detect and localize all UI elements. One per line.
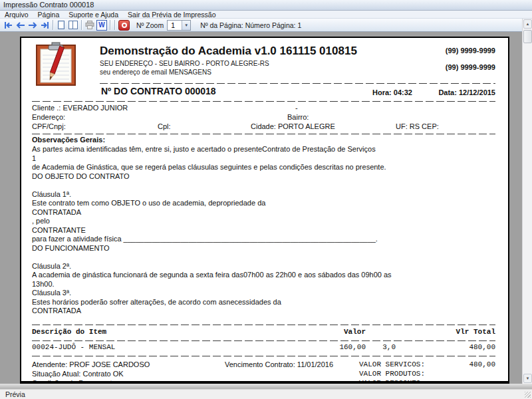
status-text: Prévia xyxy=(5,390,25,398)
status-bar: Prévia xyxy=(0,389,532,399)
prev-page-button[interactable] xyxy=(15,19,27,31)
app-window: Impressão Contrato 000018 Arquivo Página… xyxy=(0,0,532,399)
menu-suporte[interactable]: Suporte e Ajuda xyxy=(64,11,123,19)
contract-time: Hora: 04:32 xyxy=(372,88,412,96)
export-word-button[interactable]: W xyxy=(96,19,108,31)
observations-title: Observações Gerais: xyxy=(32,136,105,144)
contract-text-line: Cláusula 1ª. xyxy=(32,190,495,200)
attendant: Atendente: PROF JOSE CARDOSO xyxy=(32,360,150,368)
footer-row-3: Condições de Pagamento: VALOR DESCONTO: xyxy=(32,379,495,384)
item-description: 00024-JUDÔ - MENSAL xyxy=(32,343,306,351)
word-icon: W xyxy=(96,20,107,31)
scrollbar-thumb[interactable] xyxy=(523,30,532,43)
client-cpl-label: Cpl: xyxy=(158,122,171,130)
contract-text-line: Cláusula 2ª. xyxy=(32,262,495,271)
contract-text-line: CONTRATANTE xyxy=(32,226,495,235)
client-city: Cidade: PORTO ALEGRE xyxy=(251,122,335,130)
two-page-view-button[interactable] xyxy=(67,19,79,31)
client-name-extra: - xyxy=(295,104,298,112)
contract-text-line: CONTRATADA xyxy=(32,307,495,316)
menu-arquivo[interactable]: Arquivo xyxy=(0,11,33,19)
payment-conditions-label: Condições de Pagamento: xyxy=(32,379,118,384)
scroll-up-button[interactable]: ▲ xyxy=(523,19,532,29)
zoom-select[interactable]: 1 ▼ xyxy=(167,20,191,31)
single-page-icon xyxy=(58,21,65,29)
clipboard-logo xyxy=(35,42,77,87)
current-status: Situação Atual: Contrato OK xyxy=(32,370,124,378)
contract-text-line xyxy=(32,253,495,262)
menu-sair-previa[interactable]: Sair da Prévia de Impressão xyxy=(123,11,220,19)
contract-text-line xyxy=(32,181,495,190)
prev-page-icon xyxy=(16,21,25,29)
first-page-button[interactable] xyxy=(3,19,15,31)
company-title: Demonstração do Academia v1.0 161115 010… xyxy=(100,45,357,58)
last-page-icon xyxy=(40,21,49,29)
window-titlebar[interactable]: Impressão Contrato 000018 xyxy=(0,0,532,11)
zoom-label: Nº Zoom xyxy=(136,21,164,29)
col-valor-header: Valor xyxy=(306,328,366,336)
page-number-info: Nº da Página: Número Página: 1 xyxy=(200,21,301,29)
contract-text-line: As partes acima identificadas têm, entre… xyxy=(32,145,495,154)
contract-number: Nº DO CONTRATO 000018 xyxy=(101,86,216,96)
power-icon xyxy=(122,23,127,28)
scroll-down-button[interactable]: ▼ xyxy=(523,374,532,383)
contract-text-line: CONTRATADA xyxy=(32,208,495,217)
col-desc-header: Descrição do Item xyxy=(32,328,306,336)
services-value: 480,00 xyxy=(469,360,495,368)
next-page-icon xyxy=(28,21,37,29)
contract-text-line: Este contrato tem como OBJETO o uso de a… xyxy=(32,199,495,208)
client-cpf-label: CPF/Cnpj: xyxy=(32,122,66,130)
company-email: seu endereço de email MENSAGENS xyxy=(100,68,211,76)
client-uf-cep: UF: RS CEP: xyxy=(396,122,439,130)
bottom-panel-edge xyxy=(0,384,532,389)
divider xyxy=(32,340,495,341)
last-page-button[interactable] xyxy=(39,19,51,31)
products-label: VALOR PRODUTOS: xyxy=(359,370,425,378)
divider xyxy=(32,356,495,356)
single-page-view-button[interactable] xyxy=(55,19,67,31)
item-value: 160,00 xyxy=(306,343,366,351)
footer-row-1: Atendente: PROF JOSE CARDOSO Vencimento … xyxy=(32,360,495,370)
toolbar-separator xyxy=(81,20,82,30)
company-address: SEU ENDEREÇO - SEU BAIRRO - PORTO ALEGRE… xyxy=(100,60,269,67)
item-total: 480,00 xyxy=(396,343,495,351)
contract-text-line: 1 xyxy=(32,154,495,164)
contract-text-line: 13h00. xyxy=(32,280,495,289)
items-table-header: Descrição do Item Valor Vlr Total xyxy=(32,328,495,336)
client-name: Cliente .: EVERADO JUNIOR xyxy=(32,104,128,112)
divider xyxy=(100,83,495,84)
vertical-scrollbar[interactable]: ▲ ▼ xyxy=(522,19,532,384)
contract-text-line: , pelo xyxy=(32,217,495,226)
toolbar-separator xyxy=(110,20,110,30)
client-row-2: Endereço: Bairro: xyxy=(32,113,495,122)
client-address-label: Endereço: xyxy=(32,113,65,121)
footer-row-2: Situação Atual: Contrato OK VALOR PRODUT… xyxy=(32,370,495,379)
exit-preview-button[interactable] xyxy=(118,20,130,31)
contract-text-line: Estes horários poderão sofrer alterações… xyxy=(32,298,495,307)
first-page-icon xyxy=(4,21,13,29)
resize-grip-icon[interactable] xyxy=(525,392,531,398)
print-button[interactable] xyxy=(84,19,96,31)
contract-text-line: Cláusula 3ª. xyxy=(32,289,495,298)
chevron-down-icon: ▼ xyxy=(182,21,190,30)
next-page-button[interactable] xyxy=(27,19,39,31)
contract-text-line: DO OBJETO DO CONTRATO xyxy=(32,172,495,182)
contract-text-line: DO FUNCIONAMENTO xyxy=(32,244,495,253)
toolbar: W Nº Zoom 1 ▼ Nº da Página: Número Págin… xyxy=(0,19,522,32)
menu-pagina[interactable]: Página xyxy=(33,11,65,19)
table-row: 00024-JUDÔ - MENSAL 160,00 3,0 480,00 xyxy=(32,343,495,351)
divider xyxy=(32,325,495,325)
two-page-icon xyxy=(68,21,78,29)
divider xyxy=(32,134,495,134)
client-row-1: Cliente .: EVERADO JUNIOR - xyxy=(32,104,495,113)
contract-body: As partes acima identificadas têm, entre… xyxy=(32,145,495,316)
window-title: Impressão Contrato 000018 xyxy=(3,1,94,9)
contract-due-date: Vencimento Contrato: 11/01/2016 xyxy=(225,360,333,368)
phone-number-2: (99) 9999-9999 xyxy=(446,63,495,71)
toolbar-separator xyxy=(53,20,53,30)
discount-label: VALOR DESCONTO: xyxy=(359,379,425,384)
item-quantity: 3,0 xyxy=(366,343,396,351)
client-district-label: Bairro: xyxy=(287,113,309,121)
zoom-value: 1 xyxy=(168,21,182,30)
client-row-3: CPF/Cnpj: Cpl: Cidade: PORTO ALEGRE UF: … xyxy=(32,122,495,132)
